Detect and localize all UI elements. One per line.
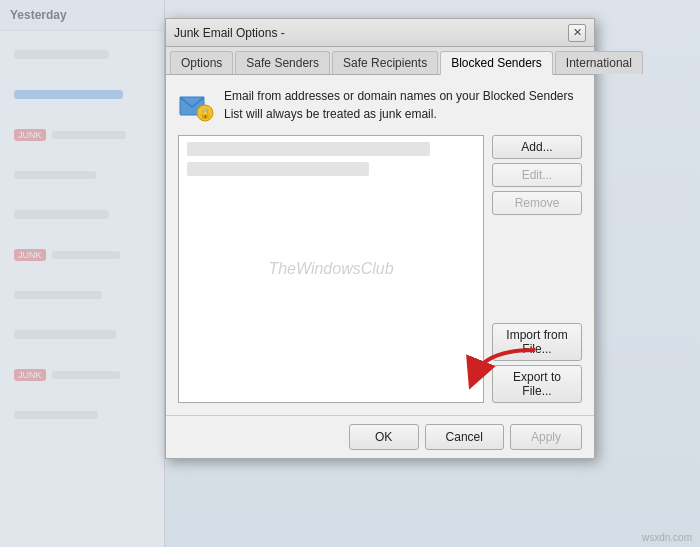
tab-blocked-senders[interactable]: Blocked Senders: [440, 51, 553, 75]
edit-button[interactable]: Edit...: [492, 163, 582, 187]
import-from-file-button[interactable]: Import from File...: [492, 323, 582, 361]
ok-button[interactable]: OK: [349, 424, 419, 450]
info-row: 🔒 Email from addresses or domain names o…: [178, 87, 582, 123]
dialog-body: 🔒 Email from addresses or domain names o…: [166, 75, 594, 415]
dialog-footer: OK Cancel Apply: [166, 415, 594, 458]
junk-mail-icon: 🔒: [178, 87, 214, 123]
apply-button[interactable]: Apply: [510, 424, 582, 450]
tab-safe-recipients[interactable]: Safe Recipients: [332, 51, 438, 74]
cancel-button[interactable]: Cancel: [425, 424, 504, 450]
blocked-senders-list[interactable]: TheWindowsClub: [178, 135, 484, 403]
add-button[interactable]: Add...: [492, 135, 582, 159]
tab-safe-senders[interactable]: Safe Senders: [235, 51, 330, 74]
tab-international[interactable]: International: [555, 51, 643, 74]
tab-options[interactable]: Options: [170, 51, 233, 74]
dialog-close-button[interactable]: ✕: [568, 24, 586, 42]
info-text: Email from addresses or domain names on …: [224, 87, 582, 123]
remove-button[interactable]: Remove: [492, 191, 582, 215]
dialog-title: Junk Email Options -: [174, 26, 285, 40]
list-item: [187, 162, 369, 176]
side-buttons: Add... Edit... Remove Import from File..…: [492, 135, 582, 403]
export-to-file-button[interactable]: Export to File...: [492, 365, 582, 403]
list-item: [187, 142, 430, 156]
site-watermark: wsxdn.com: [642, 532, 692, 543]
junk-email-options-dialog: Junk Email Options - ✕ Options Safe Send…: [165, 18, 595, 459]
main-area: TheWindowsClub Add... Edit... Remove Imp…: [178, 135, 582, 403]
watermark-text: TheWindowsClub: [268, 260, 393, 278]
dialog-titlebar: Junk Email Options - ✕: [166, 19, 594, 47]
svg-text:🔒: 🔒: [199, 107, 212, 120]
tabs-bar: Options Safe Senders Safe Recipients Blo…: [166, 47, 594, 75]
